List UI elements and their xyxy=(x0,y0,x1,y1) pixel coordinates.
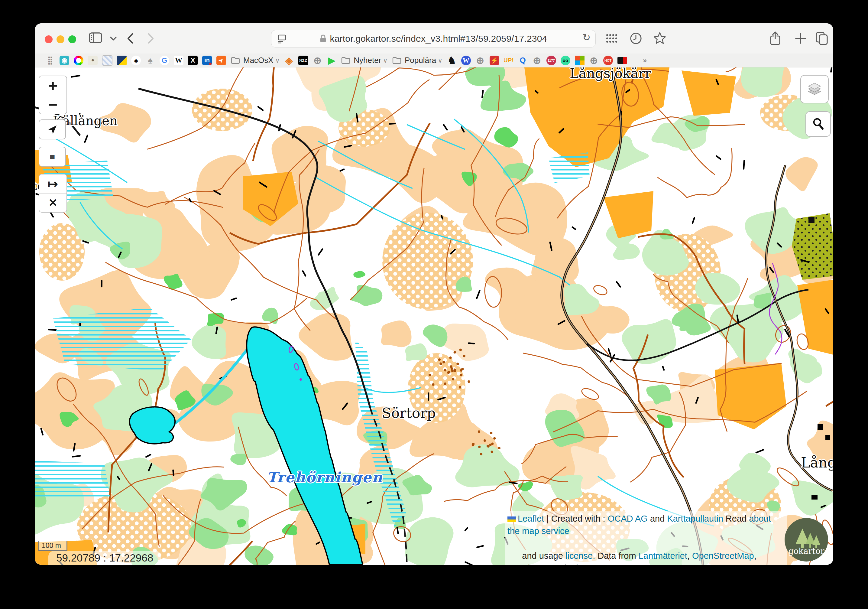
bookmark-crest[interactable] xyxy=(102,55,112,65)
measure-control: ↦ ✕ xyxy=(39,174,67,213)
folder-nyheter-icon xyxy=(341,56,350,65)
bookmark-tripadvisor[interactable]: oo xyxy=(561,56,570,65)
history-clock-icon[interactable] xyxy=(629,31,643,47)
bookmark-1177[interactable]: 1177 xyxy=(546,56,556,65)
search-button[interactable] xyxy=(806,111,831,137)
bookmark-navy-triangle[interactable] xyxy=(117,56,127,65)
tab-overview-icon[interactable] xyxy=(814,31,829,47)
bookmark-wikipedia[interactable]: W xyxy=(174,56,183,65)
link-karttapullautin[interactable]: Karttapullautin xyxy=(667,514,723,524)
bookmark-hot[interactable]: HOT xyxy=(603,56,613,65)
1177-icon: 1177 xyxy=(546,56,556,65)
bookmark-globe-4[interactable]: ⊕ xyxy=(589,56,599,65)
new-tab-plus-icon[interactable] xyxy=(794,32,807,46)
address-bar[interactable]: kartor.gokartor.se/index_v3.html#13/59.2… xyxy=(271,30,596,48)
globe-4-icon: ⊕ xyxy=(589,56,599,65)
search-blue-icon: Q xyxy=(518,56,528,65)
bookmark-folder-nyheter[interactable]: Nyheter∨ xyxy=(341,56,388,65)
url-text[interactable]: kartor.gokartor.se/index_v3.html#13/59.2… xyxy=(330,34,547,44)
bookmark-microsoft[interactable] xyxy=(575,56,584,65)
attrib-text: Read xyxy=(723,514,749,524)
back-button-icon[interactable] xyxy=(126,31,135,47)
bookmark-google[interactable]: G xyxy=(160,56,169,65)
layers-button[interactable] xyxy=(800,75,829,103)
bookmark-compass[interactable]: ➤ xyxy=(216,56,226,65)
tripadvisor-icon: oo xyxy=(561,56,570,65)
stop-button[interactable]: ■ xyxy=(39,147,66,166)
forward-button-icon[interactable] xyxy=(146,31,156,47)
bookmark-amp-bolt[interactable]: ⚡ xyxy=(490,56,499,65)
navy-triangle-icon xyxy=(117,56,127,65)
folder-populara-icon xyxy=(392,56,401,65)
bookmark-camera-red[interactable] xyxy=(617,57,627,64)
crest-icon xyxy=(102,55,112,65)
bookmark-pelican[interactable]: • xyxy=(88,56,98,65)
linkedin-dot xyxy=(209,62,212,65)
wordpress-icon: W xyxy=(461,56,471,65)
bookmark-apple-gray[interactable]: ♠ xyxy=(146,56,155,65)
sidebar-toggle-icon[interactable] xyxy=(88,32,102,45)
apple-gray-icon: ♠ xyxy=(146,56,155,65)
gokartor-logo[interactable]: gokartor xyxy=(784,517,829,562)
map-canvas[interactable] xyxy=(35,67,833,565)
place-label-langa: Långä xyxy=(801,455,833,471)
bookmark-teal-app[interactable]: ◉ xyxy=(59,56,69,65)
bookmark-globe-2[interactable]: ⊕ xyxy=(476,56,485,65)
link-license[interactable]: license. xyxy=(566,551,595,561)
bookmark-play-green[interactable]: ▶ xyxy=(327,56,336,65)
bookmarks-star-icon[interactable] xyxy=(653,31,667,47)
close-window-button[interactable] xyxy=(45,36,53,43)
bookmark-folder-populara[interactable]: Populära∨ xyxy=(392,56,442,65)
bookmark-diamond[interactable]: ◈ xyxy=(284,56,294,65)
dots-grid-icon: ⣿ xyxy=(45,56,55,65)
browser-toolbar: kartor.gokartor.se/index_v3.html#13/59.2… xyxy=(35,23,833,53)
locate-button[interactable] xyxy=(39,120,66,140)
minimize-window-button[interactable] xyxy=(56,36,64,43)
chevron-down-icon[interactable] xyxy=(109,36,118,43)
up-news-icon: UP! xyxy=(504,56,513,65)
camera-red-icon xyxy=(617,57,627,64)
folder-chevron-icon: ∨ xyxy=(383,57,388,64)
bookmark-apple-black[interactable]: ♠ xyxy=(131,56,141,65)
tab-groups-grid-icon[interactable] xyxy=(605,33,618,45)
link-ocad[interactable]: OCAD AG xyxy=(608,514,648,524)
horse-icon: ♞ xyxy=(447,56,457,65)
share-icon[interactable] xyxy=(769,31,782,48)
bookmark-linkedin[interactable]: in xyxy=(202,56,212,65)
attrib-text: Data from xyxy=(595,551,638,561)
globe-2-icon: ⊕ xyxy=(476,56,485,65)
link-leaflet[interactable]: Leaflet xyxy=(518,514,544,524)
folder-populara-label: Populära xyxy=(405,56,436,65)
page-format-icon[interactable] xyxy=(277,34,287,45)
reload-icon[interactable]: ↻ xyxy=(583,32,591,43)
x-twitter-icon: X xyxy=(188,56,198,65)
measure-button[interactable]: ↦ xyxy=(39,174,67,193)
link-openstreetmap[interactable]: OpenStreetMap xyxy=(692,551,754,561)
ukraine-flag-icon xyxy=(507,516,516,522)
toolbar-divider xyxy=(105,33,105,45)
bookmark-globe-3[interactable]: ⊕ xyxy=(532,56,542,65)
locate-arrow-icon xyxy=(46,123,58,135)
folder-chevron-icon: ∨ xyxy=(438,57,442,64)
scale-bar: 100 m xyxy=(39,541,67,551)
zoom-in-button[interactable]: + xyxy=(39,76,67,95)
play-green-icon: ▶ xyxy=(327,56,336,65)
overflow-chevrons-icon: » xyxy=(640,56,650,65)
bookmark-rainbow-ring[interactable] xyxy=(74,56,84,65)
bookmark-globe-1[interactable]: ⊕ xyxy=(313,56,322,65)
bookmark-folder-macosx[interactable]: MacOsX∨ xyxy=(231,56,279,65)
clear-button[interactable]: ✕ xyxy=(39,193,67,212)
bookmark-x-twitter[interactable]: X xyxy=(188,56,198,65)
bookmark-nzz[interactable]: NZZ xyxy=(298,56,308,65)
bookmark-search-blue[interactable]: Q xyxy=(518,56,528,65)
link-lantmateriet[interactable]: Lantmäteriet xyxy=(639,551,687,561)
bookmark-dots-grid[interactable]: ⣿ xyxy=(45,56,55,65)
bookmark-up-news[interactable]: UP! xyxy=(504,56,513,65)
zoom-out-button[interactable]: − xyxy=(39,95,67,114)
bookmark-wordpress[interactable]: W xyxy=(461,56,471,65)
map-viewport[interactable]: Långsjökärr Källängen Sörtorp Trehörning… xyxy=(35,67,833,565)
attrib-text: , xyxy=(687,551,692,561)
zoom-window-button[interactable] xyxy=(68,36,76,43)
bookmark-horse[interactable]: ♞ xyxy=(447,56,457,65)
bookmark-overflow-chevrons[interactable]: » xyxy=(640,56,650,65)
